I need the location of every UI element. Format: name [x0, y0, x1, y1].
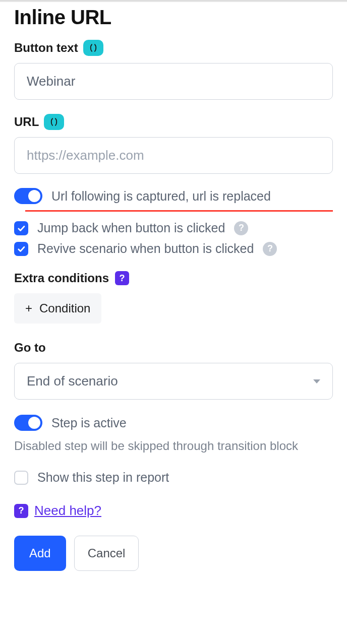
- revive-label: Revive scenario when button is clicked: [37, 241, 254, 256]
- label-text: URL: [14, 115, 39, 129]
- go-to-select[interactable]: End of scenario: [14, 363, 333, 400]
- highlight-underline: [25, 210, 333, 212]
- show-report-row: Show this step in report: [14, 470, 333, 485]
- plus-icon: +: [25, 301, 32, 315]
- go-to-selected: End of scenario: [27, 373, 118, 389]
- add-button[interactable]: Add: [14, 536, 66, 571]
- step-active-row: Step is active: [14, 415, 333, 431]
- chevron-down-icon: [313, 379, 320, 383]
- jump-back-checkbox[interactable]: [14, 221, 28, 235]
- step-active-label: Step is active: [51, 416, 127, 430]
- step-active-hint: Disabled step will be skipped through tr…: [14, 437, 333, 455]
- help-icon[interactable]: ?: [263, 242, 277, 256]
- capture-toggle-label: Url following is captured, url is replac…: [51, 189, 271, 204]
- extra-conditions-label: Extra conditions ?: [14, 271, 333, 285]
- show-report-checkbox[interactable]: [14, 471, 28, 485]
- url-label: URL: [14, 114, 333, 130]
- button-text-field: Button text: [14, 40, 333, 100]
- window-top-border: [0, 0, 347, 2]
- label-text: Extra conditions: [14, 271, 109, 285]
- need-help-link[interactable]: Need help?: [34, 503, 101, 519]
- condition-button-label: Condition: [39, 301, 90, 315]
- help-icon[interactable]: ?: [234, 221, 248, 235]
- url-input[interactable]: [14, 137, 333, 174]
- url-field: URL: [14, 114, 333, 174]
- show-report-label: Show this step in report: [37, 470, 169, 485]
- button-text-label: Button text: [14, 40, 333, 56]
- go-to-label: Go to: [14, 341, 333, 355]
- help-square-icon[interactable]: ?: [115, 271, 129, 285]
- revive-row: Revive scenario when button is clicked ?: [14, 241, 333, 256]
- add-condition-button[interactable]: + Condition: [14, 293, 101, 324]
- revive-checkbox[interactable]: [14, 242, 28, 256]
- step-active-block: Step is active Disabled step will be ski…: [14, 415, 333, 455]
- label-text: Go to: [14, 341, 46, 355]
- capture-toggle[interactable]: [14, 188, 42, 204]
- need-help-row: ? Need help?: [14, 503, 333, 519]
- capture-toggle-row: Url following is captured, url is replac…: [14, 188, 333, 204]
- variable-icon[interactable]: [44, 114, 64, 130]
- variable-icon[interactable]: [83, 40, 103, 56]
- jump-back-row: Jump back when button is clicked ?: [14, 221, 333, 235]
- page-title: Inline URL: [14, 6, 333, 29]
- button-text-input[interactable]: [14, 63, 333, 100]
- step-active-toggle[interactable]: [14, 415, 42, 431]
- help-square-icon: ?: [14, 504, 28, 518]
- action-buttons: Add Cancel: [14, 536, 333, 571]
- jump-back-label: Jump back when button is clicked: [37, 221, 225, 235]
- cancel-button[interactable]: Cancel: [74, 536, 139, 571]
- label-text: Button text: [14, 41, 78, 55]
